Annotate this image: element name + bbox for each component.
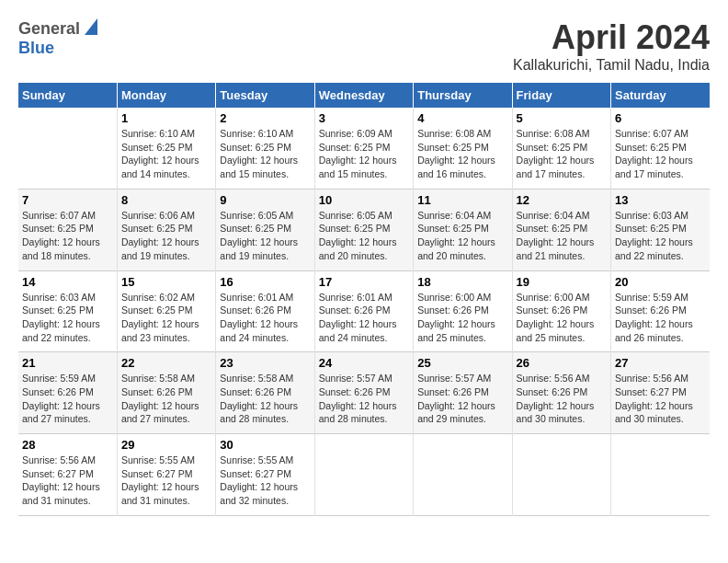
cell-info: and 15 minutes. <box>220 167 310 181</box>
logo: General Blue <box>18 18 97 58</box>
calendar-cell: 4Sunrise: 6:08 AMSunset: 6:25 PMDaylight… <box>414 108 512 189</box>
cell-info: Daylight: 12 hours <box>121 236 211 249</box>
calendar-cell: 3Sunrise: 6:09 AMSunset: 6:25 PMDaylight… <box>314 108 413 189</box>
day-number: 11 <box>417 193 507 207</box>
cell-info: and 26 minutes. <box>615 331 706 345</box>
cell-info: Sunrise: 6:00 AM <box>417 291 507 304</box>
cell-info: Sunset: 6:25 PM <box>319 222 409 236</box>
cell-info: Sunset: 6:27 PM <box>22 467 113 481</box>
calendar-cell: 11Sunrise: 6:04 AMSunset: 6:25 PMDayligh… <box>414 189 512 270</box>
calendar-cell: 8Sunrise: 6:06 AMSunset: 6:25 PMDaylight… <box>117 189 215 270</box>
cell-info: Daylight: 12 hours <box>615 317 706 331</box>
cell-info: Sunrise: 6:10 AM <box>121 127 211 141</box>
cell-info: Sunrise: 5:57 AM <box>417 372 507 385</box>
day-number: 2 <box>220 111 310 125</box>
cell-info: Sunset: 6:26 PM <box>121 385 211 399</box>
calendar-cell <box>512 434 610 516</box>
calendar-cell: 1Sunrise: 6:10 AMSunset: 6:25 PMDaylight… <box>117 108 215 189</box>
day-number: 18 <box>417 275 507 289</box>
cell-info: Sunset: 6:26 PM <box>417 385 507 399</box>
cell-info: and 19 minutes. <box>121 249 211 263</box>
cell-info: and 22 minutes. <box>615 249 706 263</box>
cell-info: Daylight: 12 hours <box>319 317 409 331</box>
cell-info: and 32 minutes. <box>220 494 310 508</box>
day-number: 17 <box>319 275 409 289</box>
day-number: 22 <box>121 356 211 370</box>
cell-info: Daylight: 12 hours <box>121 317 211 331</box>
cell-info: Sunrise: 6:03 AM <box>615 209 706 223</box>
cell-info: and 17 minutes. <box>517 167 607 181</box>
calendar-table: SundayMondayTuesdayWednesdayThursdayFrid… <box>18 83 710 516</box>
cell-info: Daylight: 12 hours <box>220 399 310 413</box>
cell-info: Sunrise: 6:09 AM <box>319 127 409 141</box>
page-subtitle: Kallakurichi, Tamil Nadu, India <box>513 57 710 74</box>
cell-info: Daylight: 12 hours <box>22 317 113 331</box>
cell-info: and 17 minutes. <box>615 167 706 181</box>
calendar-cell: 9Sunrise: 6:05 AMSunset: 6:25 PMDaylight… <box>216 189 314 270</box>
cell-info: and 20 minutes. <box>319 249 409 263</box>
calendar-cell: 5Sunrise: 6:08 AMSunset: 6:25 PMDaylight… <box>512 108 610 189</box>
cell-info: and 25 minutes. <box>517 331 607 345</box>
cell-info: Sunrise: 6:08 AM <box>517 127 607 141</box>
day-number: 13 <box>615 193 706 207</box>
cell-info: Sunrise: 5:58 AM <box>220 372 310 385</box>
cell-info: Daylight: 12 hours <box>121 399 211 413</box>
calendar-cell <box>314 434 413 516</box>
cell-info: Sunrise: 6:08 AM <box>417 127 507 141</box>
svg-marker-0 <box>85 18 97 35</box>
cell-info: Sunrise: 6:07 AM <box>615 127 706 141</box>
cell-info: Daylight: 12 hours <box>615 399 706 413</box>
cell-info: and 28 minutes. <box>319 412 409 426</box>
cell-info: Daylight: 12 hours <box>121 154 211 167</box>
cell-info: Sunrise: 5:56 AM <box>517 372 607 385</box>
cell-info: Daylight: 12 hours <box>22 480 113 494</box>
cell-info: and 20 minutes. <box>417 249 507 263</box>
weekday-header-row: SundayMondayTuesdayWednesdayThursdayFrid… <box>18 83 710 108</box>
calendar-cell <box>611 434 710 516</box>
cell-info: Daylight: 12 hours <box>22 236 113 249</box>
cell-info: Sunrise: 5:56 AM <box>615 372 706 385</box>
cell-info: Daylight: 12 hours <box>417 317 507 331</box>
day-number: 24 <box>319 356 409 370</box>
cell-info: Sunrise: 6:10 AM <box>220 127 310 141</box>
cell-info: Sunset: 6:25 PM <box>121 304 211 317</box>
logo-general-text: General <box>18 19 80 39</box>
page-title: April 2024 <box>513 18 710 57</box>
cell-info: Daylight: 12 hours <box>517 399 607 413</box>
calendar-cell <box>414 434 512 516</box>
calendar-cell: 23Sunrise: 5:58 AMSunset: 6:26 PMDayligh… <box>216 352 314 434</box>
cell-info: Daylight: 12 hours <box>220 154 310 167</box>
weekday-header-thursday: Thursday <box>414 83 512 108</box>
cell-info: Daylight: 12 hours <box>220 480 310 494</box>
day-number: 26 <box>517 356 607 370</box>
week-row-1: 1Sunrise: 6:10 AMSunset: 6:25 PMDaylight… <box>18 108 710 189</box>
cell-info: Sunrise: 6:02 AM <box>121 291 211 304</box>
cell-info: Sunrise: 5:59 AM <box>22 372 113 385</box>
cell-info: Sunrise: 6:03 AM <box>22 291 113 304</box>
cell-info: Daylight: 12 hours <box>319 154 409 167</box>
title-area: April 2024 Kallakurichi, Tamil Nadu, Ind… <box>513 18 710 74</box>
day-number: 27 <box>615 356 706 370</box>
day-number: 25 <box>417 356 507 370</box>
day-number: 5 <box>517 111 607 125</box>
cell-info: Sunset: 6:26 PM <box>220 385 310 399</box>
cell-info: Sunrise: 6:04 AM <box>417 209 507 223</box>
calendar-cell: 6Sunrise: 6:07 AMSunset: 6:25 PMDaylight… <box>611 108 710 189</box>
cell-info: Sunset: 6:25 PM <box>417 141 507 155</box>
calendar-cell: 29Sunrise: 5:55 AMSunset: 6:27 PMDayligh… <box>117 434 215 516</box>
day-number: 10 <box>319 193 409 207</box>
cell-info: Sunset: 6:25 PM <box>220 141 310 155</box>
calendar-cell: 22Sunrise: 5:58 AMSunset: 6:26 PMDayligh… <box>117 352 215 434</box>
cell-info: and 23 minutes. <box>121 331 211 345</box>
calendar-cell: 12Sunrise: 6:04 AMSunset: 6:25 PMDayligh… <box>512 189 610 270</box>
cell-info: Daylight: 12 hours <box>517 236 607 249</box>
cell-info: Daylight: 12 hours <box>220 317 310 331</box>
calendar-cell: 30Sunrise: 5:55 AMSunset: 6:27 PMDayligh… <box>216 434 314 516</box>
cell-info: and 25 minutes. <box>417 331 507 345</box>
cell-info: Daylight: 12 hours <box>319 236 409 249</box>
cell-info: Daylight: 12 hours <box>517 154 607 167</box>
calendar-cell: 24Sunrise: 5:57 AMSunset: 6:26 PMDayligh… <box>314 352 413 434</box>
cell-info: and 27 minutes. <box>22 412 113 426</box>
calendar-cell: 17Sunrise: 6:01 AMSunset: 6:26 PMDayligh… <box>314 270 413 352</box>
day-number: 20 <box>615 275 706 289</box>
